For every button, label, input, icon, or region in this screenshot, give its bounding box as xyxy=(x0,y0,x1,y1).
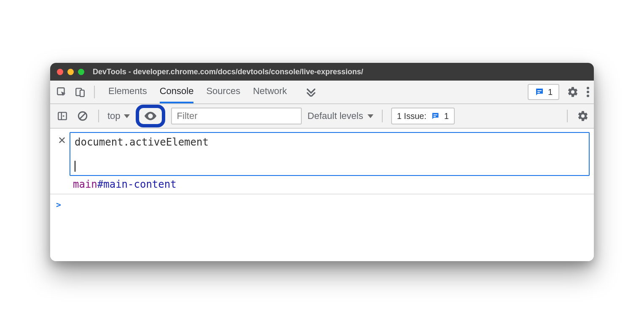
titlebar: DevTools - developer.chrome.com/docs/dev… xyxy=(50,63,594,81)
console-toolbar: top Default levels 1 Issue: 1 xyxy=(50,104,594,129)
issues-label: 1 Issue: xyxy=(397,111,427,121)
main-tabbar: Elements Console Sources Network 1 xyxy=(50,81,594,104)
svg-point-6 xyxy=(587,91,589,93)
tab-sources[interactable]: Sources xyxy=(206,81,240,103)
svg-rect-13 xyxy=(433,114,437,115)
live-expression-editor[interactable]: document.activeElement xyxy=(70,132,590,176)
close-live-expression-button[interactable]: ✕ xyxy=(54,132,70,149)
context-selector[interactable]: top xyxy=(107,111,130,122)
console-prompt[interactable]: > xyxy=(50,194,594,215)
clear-console-icon[interactable] xyxy=(75,109,90,123)
console-blank-area xyxy=(50,215,594,261)
kebab-menu-icon[interactable] xyxy=(586,86,590,98)
separator xyxy=(94,86,95,98)
close-window-button[interactable] xyxy=(57,69,63,75)
cursor-line xyxy=(75,161,585,172)
result-tag: main xyxy=(73,178,97,190)
devtools-window: DevTools - developer.chrome.com/docs/dev… xyxy=(50,63,594,261)
chat-icon xyxy=(534,87,545,97)
tab-network[interactable]: Network xyxy=(253,81,287,103)
chevron-down-icon xyxy=(124,114,130,118)
svg-rect-3 xyxy=(537,90,542,91)
panel-tabs: Elements Console Sources Network xyxy=(108,81,317,103)
svg-rect-2 xyxy=(80,90,84,97)
svg-point-12 xyxy=(149,115,152,117)
more-tabs-button[interactable] xyxy=(306,81,317,103)
tab-console[interactable]: Console xyxy=(160,81,194,103)
filter-input-wrapper[interactable] xyxy=(171,108,302,124)
svg-rect-8 xyxy=(58,112,67,119)
live-expression-result[interactable]: main#main-content xyxy=(50,178,594,194)
log-levels-label: Default levels xyxy=(308,111,363,122)
console-toolbar-right xyxy=(564,110,589,122)
svg-line-11 xyxy=(80,113,86,119)
tabbar-right: 1 xyxy=(528,84,590,100)
separator xyxy=(98,110,99,122)
console-sidebar-toggle-icon[interactable] xyxy=(55,109,70,123)
tab-elements[interactable]: Elements xyxy=(108,81,147,103)
maximize-window-button[interactable] xyxy=(78,69,84,75)
traffic-lights xyxy=(57,69,84,75)
issues-count: 1 xyxy=(444,111,449,121)
inspect-element-icon[interactable] xyxy=(54,85,69,99)
issues-button[interactable]: 1 Issue: 1 xyxy=(391,108,455,124)
prompt-chevron-icon: > xyxy=(56,200,61,210)
chevron-down-icon xyxy=(368,114,373,118)
console-settings-icon[interactable] xyxy=(577,110,589,122)
messages-count: 1 xyxy=(548,87,553,97)
live-expression-text: document.activeElement xyxy=(75,136,585,148)
settings-icon[interactable] xyxy=(567,86,579,98)
messages-button[interactable]: 1 xyxy=(528,84,559,100)
svg-point-5 xyxy=(587,87,589,89)
chat-icon xyxy=(431,111,440,121)
minimize-window-button[interactable] xyxy=(67,69,74,75)
separator xyxy=(567,110,568,122)
create-live-expression-button[interactable] xyxy=(136,105,165,127)
svg-rect-4 xyxy=(537,92,540,93)
log-levels-selector[interactable]: Default levels xyxy=(308,111,373,122)
filter-input[interactable] xyxy=(177,111,296,122)
eye-icon xyxy=(143,109,158,123)
result-id: #main-content xyxy=(97,178,177,190)
device-toggle-icon[interactable] xyxy=(73,85,87,99)
live-expression-row: ✕ document.activeElement xyxy=(50,129,594,178)
separator xyxy=(382,110,383,122)
context-label: top xyxy=(107,111,121,122)
svg-point-7 xyxy=(587,94,589,97)
window-title: DevTools - developer.chrome.com/docs/dev… xyxy=(93,68,363,76)
svg-rect-14 xyxy=(433,116,436,117)
